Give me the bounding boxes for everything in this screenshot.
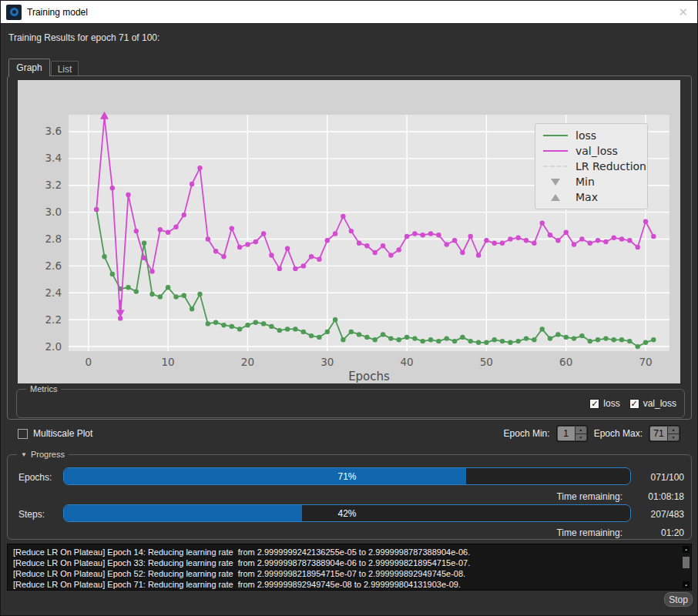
- multiscale-label[interactable]: Multiscale Plot: [33, 428, 92, 439]
- steps-time-remaining-label: Time remaining:: [556, 527, 622, 538]
- epoch-min-label: Epoch Min:: [504, 428, 550, 439]
- tab-content-frame: [7, 75, 692, 420]
- tab-graph[interactable]: Graph: [8, 59, 50, 76]
- progress-label[interactable]: ▼ Progress: [17, 450, 69, 459]
- epoch-max-spinbox[interactable]: 71 ▲ ▼: [649, 425, 680, 442]
- multiscale-checkbox[interactable]: ✓: [18, 429, 28, 439]
- window-title: Training model: [27, 7, 88, 18]
- titlebar: Training model ✕: [1, 1, 697, 24]
- scroll-up-icon[interactable]: ▪: [683, 546, 690, 553]
- epoch-max-up-icon[interactable]: ▲: [667, 427, 679, 434]
- steps-time-remaining-value: 01:20: [661, 527, 684, 538]
- log-line: [Reduce LR On Plateau] Epoch 71: Reducin…: [13, 579, 679, 590]
- epoch-max-value[interactable]: 71: [650, 427, 667, 440]
- steps-progress-bar: 42%: [63, 504, 631, 522]
- log-line: [Reduce LR On Plateau] Epoch 52: Reducin…: [13, 568, 679, 579]
- steps-progress-label: Steps:: [18, 509, 45, 520]
- epochs-count: 071/100: [651, 472, 684, 483]
- epochs-progress-bar: 71%: [63, 467, 631, 485]
- steps-progress-percent: 42%: [64, 505, 630, 521]
- scroll-thumb[interactable]: [683, 557, 690, 568]
- progress-groupbox: ▼ Progress Epochs: 71% 071/100 Time rema…: [7, 454, 692, 540]
- steps-count: 207/483: [651, 509, 684, 520]
- close-icon[interactable]: ✕: [678, 6, 688, 18]
- epochs-time-remaining-value: 01:08:18: [648, 491, 684, 502]
- training-log[interactable]: [Reduce LR On Plateau] Epoch 14: Reducin…: [7, 544, 692, 591]
- log-line: [Reduce LR On Plateau] Epoch 14: Reducin…: [13, 547, 679, 557]
- scroll-down-icon[interactable]: ▪: [683, 581, 690, 588]
- epoch-max-down-icon[interactable]: ▼: [667, 434, 679, 441]
- app-icon: [6, 5, 22, 20]
- epochs-progress-label: Epochs:: [18, 472, 52, 483]
- epoch-min-spinbox[interactable]: 1 ▲ ▼: [556, 425, 588, 442]
- app-icon-ring: [10, 8, 18, 16]
- log-scrollbar[interactable]: ▪ ▪: [682, 545, 690, 589]
- epoch-min-value[interactable]: 1: [558, 427, 575, 440]
- epoch-range-controls: Epoch Min: 1 ▲ ▼ Epoch Max: 71 ▲ ▼: [504, 424, 680, 444]
- epoch-min-up-icon[interactable]: ▲: [575, 427, 586, 434]
- training-results-text: Training Results for epoch 71 of 100:: [8, 32, 159, 43]
- tab-list[interactable]: List: [51, 61, 79, 76]
- training-model-dialog: Training model ✕ Training Results for ep…: [0, 0, 698, 616]
- epoch-min-down-icon[interactable]: ▼: [575, 434, 586, 441]
- log-line: [Reduce LR On Plateau] Epoch 33: Reducin…: [13, 557, 679, 568]
- collapse-arrow-icon[interactable]: ▼: [21, 451, 27, 458]
- epochs-time-remaining-label: Time remaining:: [556, 491, 622, 502]
- epoch-max-label: Epoch Max:: [594, 428, 643, 439]
- stop-button[interactable]: Stop: [664, 592, 693, 607]
- multiscale-plot-control[interactable]: ✓ Multiscale Plot: [18, 425, 92, 442]
- epochs-progress-percent: 71%: [64, 468, 630, 484]
